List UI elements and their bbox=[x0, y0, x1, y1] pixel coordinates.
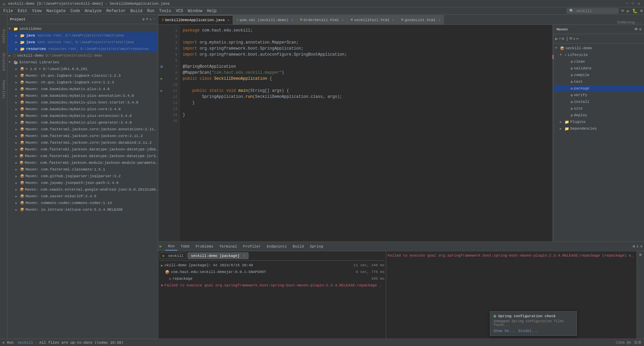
code-content[interactable]: package com.haut.edu.seckill; import org… bbox=[180, 25, 552, 241]
tree-item-seckill-module[interactable]: ▶ □ seckill-demo D:\JavaProjects\seckill… bbox=[7, 52, 158, 59]
tree-item-java-src[interactable]: ▶ 📂 java sources root, D:\JavaProjects\s… bbox=[7, 32, 158, 39]
subtab-package[interactable]: seckill-demo [package] ✕ bbox=[188, 253, 248, 259]
project-tab-label[interactable]: Project bbox=[1, 28, 6, 45]
tab-close-fail[interactable]: ✕ bbox=[392, 18, 394, 22]
favorites-tab-label[interactable]: Favorites bbox=[1, 79, 6, 100]
menu-tools[interactable]: Tools bbox=[157, 8, 173, 14]
lib-item-3[interactable]: ▶📦Maven: com.baomidou:mybatis-plus:3.4.0 bbox=[7, 86, 158, 92]
bottom-expand-icon[interactable]: ⇕ bbox=[637, 244, 639, 249]
lib-item-17[interactable]: ▶📦Maven: com.jayway.jsonpath:json-path:2… bbox=[7, 180, 158, 186]
maven-expand-btn[interactable]: ⇕ bbox=[573, 36, 575, 41]
tab-close-order[interactable]: ✕ bbox=[342, 18, 344, 22]
spring-show-link[interactable]: Show he... bbox=[493, 329, 516, 333]
sidebar-collapse-icon[interactable]: − bbox=[153, 17, 155, 21]
lib-item-8[interactable]: ▶📦Maven: com.baomidou:mybatis-plus-gener… bbox=[7, 119, 158, 126]
tab-seckill-fail[interactable]: H secKillFail.html ✕ bbox=[347, 15, 398, 24]
lib-item-1[interactable]: ▶📦Maven: ch.qos.logback:logback-classic:… bbox=[7, 72, 158, 79]
maximize-btn[interactable]: □ bbox=[631, 1, 635, 6]
menu-run[interactable]: Run bbox=[145, 8, 157, 14]
menu-help[interactable]: Help bbox=[205, 8, 219, 14]
lib-item-10[interactable]: ▶📦Maven: com.fasterxml.jackson.core:jack… bbox=[7, 133, 158, 139]
maven-debug-btn[interactable]: ⚡ bbox=[559, 36, 561, 41]
tab-close-goods[interactable]: ✕ bbox=[438, 18, 440, 22]
close-btn[interactable]: ✕ bbox=[637, 1, 641, 6]
menu-edit[interactable]: Edit bbox=[16, 8, 30, 14]
tab-seckill-app[interactable]: J SeckillDemoApplication.java ✕ bbox=[158, 15, 233, 24]
lib-item-5[interactable]: ▶📦Maven: com.baomidou:mybatis-plus-boot-… bbox=[7, 99, 158, 106]
tab-build[interactable]: Build bbox=[290, 243, 306, 251]
lib-item-4[interactable]: ▶📦Maven: com.baomidou:mybatis-plus-annot… bbox=[7, 92, 158, 99]
maven-run-btn[interactable]: ▶ bbox=[555, 36, 558, 42]
tree-item-root[interactable]: ▼ 📁 seckildemo bbox=[7, 25, 158, 32]
lib-item-7[interactable]: ▶📦Maven: com.baomidou:mybatis-plus-exten… bbox=[7, 113, 158, 119]
tree-item-resources[interactable]: ▶ 📂 resources resources root, D:\JavaPro… bbox=[7, 46, 158, 52]
bottom-close-icon[interactable]: ✕ bbox=[640, 244, 643, 249]
menu-vcs[interactable]: VCS bbox=[174, 8, 185, 14]
sidebar-expand-icon[interactable]: ⇕ bbox=[150, 17, 152, 21]
tab-order[interactable]: H OrderDetail.html ✕ bbox=[297, 15, 348, 24]
tab-goods[interactable]: H goodsList.html ✕ bbox=[398, 15, 444, 24]
maven-plugins-group[interactable]: ▶ 📁 Plugins bbox=[554, 119, 644, 125]
subtab-package-close[interactable]: ✕ bbox=[243, 254, 245, 258]
bottom-right-icon[interactable]: ⊞ bbox=[639, 253, 642, 257]
lib-item-9[interactable]: ▶📦Maven: com.fasterxml.jackson.core:jack… bbox=[7, 126, 158, 133]
maven-install[interactable]: ⚙ install bbox=[554, 98, 644, 105]
run-gutter-9[interactable]: ▶ bbox=[161, 77, 163, 81]
maven-collapse-btn[interactable]: ⇔ bbox=[576, 36, 579, 41]
maven-sync-btn[interactable]: ⟲ bbox=[569, 36, 572, 41]
maven-skip-btn[interactable]: m bbox=[562, 37, 564, 41]
vcs-icon[interactable]: ⟳ bbox=[621, 9, 624, 13]
tree-item-java-test[interactable]: ▶ 📂 java test sources root, D:\JavaProje… bbox=[7, 39, 158, 46]
maven-package[interactable]: ⚙ package bbox=[554, 85, 644, 92]
sidebar-settings-icon[interactable]: ⚙ bbox=[142, 17, 145, 21]
maven-test[interactable]: ⚙ test bbox=[554, 78, 644, 85]
tab-close-pom[interactable]: ✕ bbox=[291, 18, 293, 22]
menu-analyze[interactable]: Analyze bbox=[83, 8, 104, 14]
maven-site[interactable]: ⚙ site bbox=[554, 105, 644, 112]
status-run-icon[interactable]: ▶ bbox=[3, 340, 5, 345]
tree-item-ext-lib[interactable]: ▼ 📚 External Libraries bbox=[7, 59, 158, 66]
lib-item-12[interactable]: ▶📦Maven: com.fasterxml.jackson.datatype:… bbox=[7, 146, 158, 153]
lib-item-18[interactable]: ▶📦Maven: com.vaadin.external.google:andr… bbox=[7, 186, 158, 193]
menu-build[interactable]: Build bbox=[128, 8, 144, 14]
maven-clean[interactable]: ⚙ clean bbox=[554, 58, 644, 65]
lib-item-0[interactable]: ▶📦< 1.8 > D:\Java\jdk1.8.0_261 bbox=[7, 66, 158, 72]
lib-item-15[interactable]: ▶📦Maven: com.fasterxml.classmate:1.5.1 bbox=[7, 166, 158, 173]
run-toolbar-btn[interactable]: ▶ bbox=[627, 8, 630, 14]
tab-todo[interactable]: TODO bbox=[178, 243, 192, 251]
menu-navigate[interactable]: Navigate bbox=[44, 8, 68, 14]
maven-dependencies-group[interactable]: ▶ 📁 Dependencies bbox=[554, 125, 644, 132]
lib-item-6[interactable]: ▶📦Maven: com.baomidou:mybatis-plus-core:… bbox=[7, 106, 158, 113]
menu-view[interactable]: View bbox=[30, 8, 44, 14]
tab-profiler[interactable]: Profiler bbox=[240, 243, 264, 251]
tab-endpoints[interactable]: Endpoints bbox=[264, 243, 289, 251]
lib-item-16[interactable]: ▶📦Maven: com.github.jsqlparser:jsqlparse… bbox=[7, 173, 158, 180]
menu-file[interactable]: File bbox=[1, 8, 15, 14]
tab-close-seckill[interactable]: ✕ bbox=[227, 18, 229, 22]
maven-lifecycle-group[interactable]: ▼ ⚡ Lifecycle bbox=[554, 52, 644, 58]
menu-refactor[interactable]: Refactor bbox=[104, 8, 128, 14]
menu-code[interactable]: Code bbox=[68, 8, 82, 14]
maven-settings-icon[interactable]: ⚙ bbox=[639, 27, 641, 31]
sidebar-sort-icon[interactable]: ≡ bbox=[146, 17, 148, 21]
tab-run[interactable]: Run bbox=[165, 243, 177, 251]
tab-problems[interactable]: Problems bbox=[193, 243, 216, 251]
bottom-settings-icon[interactable]: ⚙ bbox=[633, 244, 635, 249]
menu-window[interactable]: Window bbox=[186, 8, 204, 14]
toolbar-more[interactable]: ⚙ bbox=[640, 8, 643, 13]
lib-item-2[interactable]: ▶📦Maven: ch.qos.logback:logback-core:1.2… bbox=[7, 79, 158, 86]
subtab-seckill[interactable]: ▶ seckill bbox=[160, 253, 186, 259]
debug-toolbar-btn[interactable]: 🐛 bbox=[632, 8, 638, 14]
tab-pom[interactable]: X pom.xml (seckill-demo) ✕ bbox=[233, 15, 297, 24]
maven-refresh-icon[interactable]: ⟳ bbox=[635, 27, 638, 31]
maven-validate[interactable]: ⚙ validate bbox=[554, 65, 644, 72]
lib-item-20[interactable]: ▶📦Maven: commons-codec:commons-codec:1.1… bbox=[7, 200, 158, 206]
maven-root[interactable]: ▼ 📦 seckill-demo bbox=[554, 45, 644, 52]
minimize-btn[interactable]: ─ bbox=[625, 1, 629, 6]
tab-spring[interactable]: Spring bbox=[307, 243, 326, 251]
maven-verify[interactable]: ⚙ verify bbox=[554, 92, 644, 98]
lib-item-19[interactable]: ▶📦Maven: com.zaxxer:HikariCP:3.4.5 bbox=[7, 193, 158, 200]
lib-item-13[interactable]: ▶📦Maven: com.fasterxml.jackson.datatype:… bbox=[7, 153, 158, 159]
search-input-area[interactable]: 🔍 seckill bbox=[567, 8, 619, 14]
lib-item-21[interactable]: ▶📦Maven: io.lettuce:lettuce-core:5.3.4.R… bbox=[7, 206, 158, 213]
